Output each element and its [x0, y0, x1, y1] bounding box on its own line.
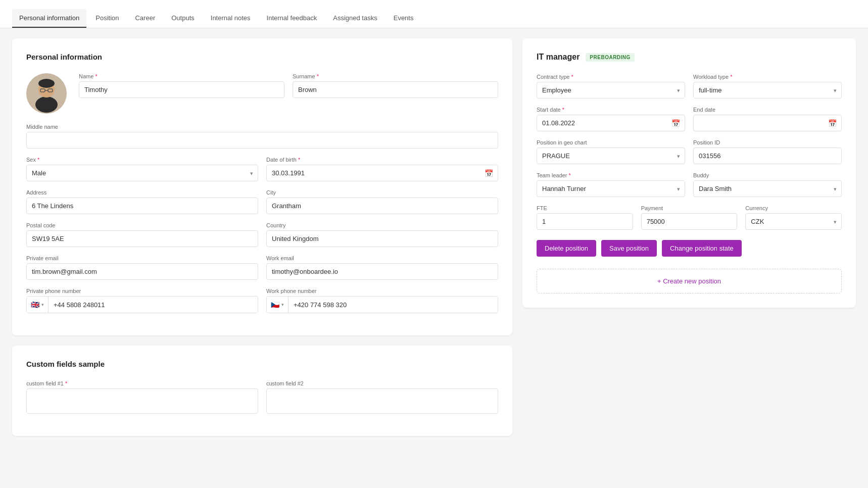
private-phone-field-group: Private phone number 🇬🇧 ▾ [26, 288, 258, 313]
surname-label: Surname * [293, 73, 498, 79]
work-phone-wrapper: 🇨🇿 ▾ [266, 296, 498, 313]
cz-flag-button[interactable]: 🇨🇿 ▾ [267, 297, 288, 313]
postal-input[interactable] [26, 230, 258, 247]
sex-label: Sex * [26, 157, 258, 163]
end-date-field-group: End date 📅 [693, 107, 842, 131]
address-city-row: Address City [26, 189, 498, 214]
middle-name-row: Middle name [26, 124, 498, 149]
tab-position[interactable]: Position [88, 9, 126, 28]
end-date-input-wrapper: 📅 [693, 115, 842, 131]
private-email-input[interactable] [26, 263, 258, 280]
svg-point-1 [35, 96, 58, 113]
address-label: Address [26, 189, 258, 196]
address-input[interactable] [26, 198, 258, 214]
contract-workload-row: Contract type * Employee Contractor Inte… [537, 74, 842, 99]
contract-type-select[interactable]: Employee Contractor Intern [537, 82, 685, 99]
geo-posid-row: Position in geo chart PRAGUE LONDON NEW … [537, 139, 842, 164]
team-leader-field-group: Team leader * Hannah Turner John Smith [537, 172, 685, 197]
city-input[interactable] [266, 198, 498, 214]
custom-fields-card: Custom fields sample custom field #1 * c… [12, 346, 512, 436]
position-id-field-group: Position ID [693, 139, 842, 164]
avatar-row: Name * Surname * [26, 73, 498, 114]
currency-select-wrapper: CZK EUR USD GBP [745, 213, 842, 230]
tab-events[interactable]: Events [387, 9, 421, 28]
sex-select[interactable]: Male Female Other [26, 165, 258, 181]
private-phone-input[interactable] [49, 297, 258, 313]
fte-label: FTE [537, 205, 633, 211]
left-column: Personal information [12, 38, 512, 436]
contract-type-field-group: Contract type * Employee Contractor Inte… [537, 74, 685, 99]
tab-career[interactable]: Career [128, 9, 162, 28]
right-column: IT manager PREBOARDING Contract type * E… [522, 38, 856, 308]
work-phone-label: Work phone number [266, 288, 498, 294]
phone-caret-icon: ▾ [41, 302, 44, 307]
work-phone-caret-icon: ▾ [281, 302, 284, 307]
tab-personal-information[interactable]: Personal information [12, 9, 86, 28]
sex-select-wrapper: Male Female Other [26, 165, 258, 181]
main-content: Personal information [0, 28, 868, 446]
work-phone-input[interactable] [288, 297, 498, 313]
fte-input[interactable] [537, 213, 633, 230]
buddy-select[interactable]: Dara Smith Jane Doe [693, 180, 842, 197]
work-email-label: Work email [266, 255, 498, 261]
save-position-button[interactable]: Save position [601, 240, 657, 257]
tab-assigned-tasks[interactable]: Assigned tasks [326, 9, 384, 28]
it-manager-title: IT manager [537, 53, 580, 62]
contract-type-select-wrapper: Employee Contractor Intern [537, 82, 685, 99]
tab-outputs[interactable]: Outputs [164, 9, 202, 28]
private-email-label: Private email [26, 255, 258, 261]
phone-row: Private phone number 🇬🇧 ▾ Work phone num… [26, 288, 498, 313]
position-geo-label: Position in geo chart [537, 139, 685, 145]
address-field-group: Address [26, 189, 258, 214]
address-section: Address City Postal code Countr [26, 189, 498, 313]
currency-select[interactable]: CZK EUR USD GBP [745, 213, 842, 230]
dob-input[interactable] [266, 165, 498, 181]
position-geo-select[interactable]: PRAGUE LONDON NEW YORK [537, 148, 685, 164]
country-input[interactable] [266, 230, 498, 247]
change-position-state-button[interactable]: Change position state [662, 240, 742, 257]
city-field-group: City [266, 189, 498, 214]
preboarding-badge: PREBOARDING [586, 53, 635, 62]
middle-name-field-group: Middle name [26, 124, 498, 149]
tab-internal-notes[interactable]: Internal notes [204, 9, 258, 28]
create-new-position-button[interactable]: + Create new position [537, 269, 842, 294]
start-date-input-wrapper: 📅 [537, 115, 685, 131]
action-buttons-row: Delete position Save position Change pos… [537, 240, 842, 257]
payment-input[interactable] [641, 213, 738, 230]
uk-flag-button[interactable]: 🇬🇧 ▾ [27, 297, 49, 313]
fte-payment-currency-row: FTE Payment Currency CZK EUR USD GBP [537, 205, 842, 230]
name-input[interactable] [79, 81, 284, 98]
end-date-input[interactable] [693, 115, 842, 131]
city-label: City [266, 189, 498, 196]
fte-field-group: FTE [537, 205, 633, 230]
buddy-select-wrapper: Dara Smith Jane Doe [693, 180, 842, 197]
avatar[interactable] [26, 73, 67, 114]
private-email-field-group: Private email [26, 255, 258, 280]
country-label: Country [266, 222, 498, 228]
custom-field-2-input[interactable] [266, 388, 498, 414]
workload-type-select[interactable]: full-time part-time [693, 82, 842, 99]
custom-field-2-group: custom field #2 [266, 380, 498, 414]
end-date-label: End date [693, 107, 842, 113]
custom-fields-title: Custom fields sample [26, 360, 498, 368]
position-id-label: Position ID [693, 139, 842, 145]
cz-flag-icon: 🇨🇿 [271, 301, 279, 309]
uk-flag-icon: 🇬🇧 [31, 301, 39, 309]
name-label: Name * [79, 73, 284, 79]
team-leader-select[interactable]: Hannah Turner John Smith [537, 180, 685, 197]
delete-position-button[interactable]: Delete position [537, 240, 596, 257]
currency-field-group: Currency CZK EUR USD GBP [745, 205, 842, 230]
dob-input-wrapper: 📅 [266, 165, 498, 181]
custom-fields-row: custom field #1 * custom field #2 [26, 380, 498, 414]
start-date-input[interactable] [537, 115, 685, 131]
start-date-label: Start date * [537, 107, 685, 113]
surname-input[interactable] [293, 81, 498, 98]
position-id-input[interactable] [693, 148, 842, 164]
it-manager-header: IT manager PREBOARDING [537, 53, 842, 62]
tab-internal-feedback[interactable]: Internal feedback [260, 9, 324, 28]
name-fields: Name * Surname * [79, 73, 498, 98]
work-email-input[interactable] [266, 263, 498, 280]
middle-name-input[interactable] [26, 132, 498, 149]
country-field-group: Country [266, 222, 498, 247]
custom-field-1-input[interactable] [26, 388, 258, 414]
